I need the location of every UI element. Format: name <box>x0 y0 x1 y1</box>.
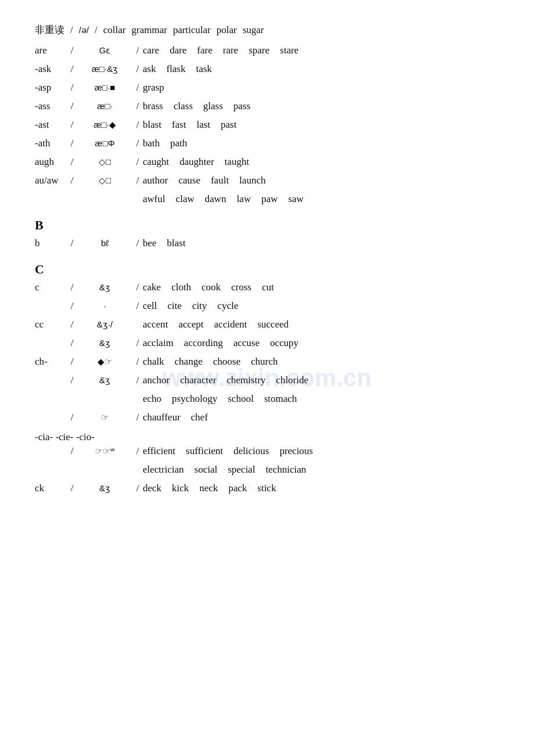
row-label: ch- <box>35 356 67 368</box>
word: school <box>228 393 253 405</box>
word-caught: caught <box>143 156 169 168</box>
word: cause <box>178 175 200 186</box>
word: sufficient <box>186 445 223 457</box>
word: blast <box>167 237 186 249</box>
slash1: / <box>67 319 77 330</box>
table-row: au/aw / ◇□ / author cause fault launch <box>35 175 499 191</box>
phoneme: ☞ <box>77 412 132 423</box>
table-row: -ass / æ□· / brass class glass pass <box>35 100 499 117</box>
word: chef <box>191 412 208 423</box>
slash2: / <box>132 282 143 293</box>
word: chloride <box>276 375 309 386</box>
words-list: ask flask task <box>143 63 499 75</box>
word: church <box>251 356 277 368</box>
word: change <box>175 356 203 368</box>
slash1: / <box>67 282 77 293</box>
word: dawn <box>205 193 226 205</box>
word: accuse <box>233 337 259 349</box>
table-row: are / Gɛ / care dare fare rare spare sta… <box>35 45 499 61</box>
header-word-1: collar <box>103 24 126 36</box>
slash2: / <box>132 483 143 494</box>
header-label: 非重读 <box>35 23 64 37</box>
words-list: cell cite city cycle <box>143 300 499 312</box>
table-row: c / &ʒ / cake cloth cook cross cut <box>35 282 499 298</box>
section-c-heading: C <box>35 262 499 277</box>
word: care <box>143 45 159 56</box>
slash2: / <box>132 356 143 368</box>
phoneme: ◇□ <box>77 175 132 186</box>
slash1: / <box>67 356 77 368</box>
row-label: b <box>35 237 67 249</box>
word: law <box>237 193 251 205</box>
word: accident <box>214 319 247 330</box>
word: according <box>184 337 223 349</box>
word: stomach <box>264 393 297 405</box>
word: dare <box>169 45 186 56</box>
table-row: augh / ◇□ / caught daughter taught <box>35 156 499 172</box>
table-row: ck / &ʒ / deck kick neck pack stick <box>35 483 499 499</box>
word: occupy <box>270 337 298 349</box>
word: precious <box>280 445 313 457</box>
word: acclaim <box>143 337 174 349</box>
section-b-heading: B <box>35 218 499 233</box>
word: flask <box>167 63 186 75</box>
word: fault <box>211 175 229 186</box>
slash2: / <box>132 138 143 149</box>
word: cycle <box>218 300 239 312</box>
phoneme: Gɛ <box>77 45 132 56</box>
word: electrician <box>143 464 184 476</box>
table-row: -asp / æ□·■ / grasp <box>35 82 499 98</box>
word: grasp <box>143 82 164 93</box>
words-list: care dare fare rare spare stare <box>143 45 499 56</box>
phoneme: · <box>77 301 132 311</box>
table-row: b / bℓ / bee blast <box>35 237 499 254</box>
word: chauffeur <box>143 412 181 423</box>
slash1: / <box>67 156 77 168</box>
row-label: -ast <box>35 119 67 131</box>
row-label: -asp <box>35 82 67 93</box>
slash1: / <box>67 100 77 112</box>
word: deck <box>143 483 161 494</box>
slash2: / <box>132 45 143 56</box>
table-row: -ast / æ□·◆ / blast fast last past <box>35 119 499 135</box>
phoneme: &ʒ <box>77 375 132 386</box>
row-label: -ass <box>35 100 67 112</box>
word: paw <box>261 193 277 205</box>
word: last <box>197 119 211 131</box>
row-label: -ask <box>35 63 67 75</box>
header-slash1: / <box>70 24 73 36</box>
row-label: c <box>35 282 67 293</box>
header-word-4: polar <box>217 24 237 36</box>
table-row: electrician social special technician <box>35 464 499 480</box>
word: glass <box>203 100 223 112</box>
phoneme: &ʒ <box>77 483 132 494</box>
slash1: / <box>67 300 77 312</box>
slash2: / <box>132 119 143 131</box>
slash1: / <box>67 138 77 149</box>
cia-label: -cia- -cie- -cio- <box>35 431 499 443</box>
phoneme: &ʒ <box>77 338 132 348</box>
slash2: / <box>132 375 143 386</box>
slash1: / <box>67 63 77 75</box>
slash2: / <box>132 412 143 423</box>
table-row: / · / cell cite city cycle <box>35 300 499 316</box>
header-word-2: grammar <box>132 24 167 36</box>
word: fare <box>197 45 212 56</box>
header-word-3: particular <box>173 24 211 36</box>
phoneme: &ʒ <box>77 282 132 293</box>
table-row: ch- / ◆☞ / chalk change choose church <box>35 356 499 372</box>
phoneme: ◇□ <box>77 157 132 167</box>
phoneme: æ□· <box>77 101 132 111</box>
words-list: bath path <box>143 138 499 149</box>
word-chemistry: chemistry <box>227 375 266 386</box>
row-label: are <box>35 45 67 56</box>
words-list: electrician social special technician <box>143 464 499 476</box>
word: bath <box>143 138 160 149</box>
word: cell <box>143 300 157 312</box>
word: technician <box>266 464 306 476</box>
phoneme: æ□·&ʒ <box>77 64 132 74</box>
table-row: -ask / æ□·&ʒ / ask flask task <box>35 63 499 80</box>
word: daughter <box>179 156 214 168</box>
word: stick <box>258 483 276 494</box>
words-list: accent accept accident succeed <box>143 319 499 330</box>
